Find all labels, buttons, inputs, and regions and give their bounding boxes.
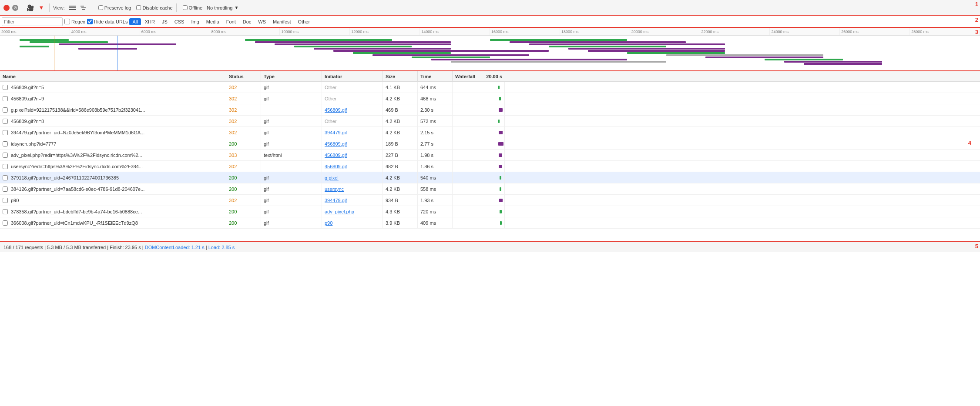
row-name: 379118.gif?partner_uid=24670110227400173…	[11, 175, 119, 180]
table-row[interactable]: 456809.gif?n=5302gifOther4.1 KB644 ms	[0, 82, 980, 93]
offline-checkbox[interactable]	[183, 5, 188, 10]
table-row[interactable]: g.pixel?sid=9212175138&&lrid=586e903b59e…	[0, 104, 980, 116]
table-row[interactable]: p90302gif394479.gif934 B1.93 s	[0, 195, 980, 206]
filter-icon[interactable]: ▼	[37, 4, 46, 11]
row-checkbox[interactable]	[3, 85, 8, 90]
row-checkbox[interactable]	[3, 209, 8, 214]
filter-tag-img[interactable]: Img	[188, 18, 202, 25]
row-name: 378358.gif?partner_uid=bdcbffd7-be9b-4a7…	[11, 209, 142, 214]
table-row[interactable]: 384126.gif?partner_uid=7aa58cd6-e0ec-478…	[0, 183, 980, 195]
record-button[interactable]	[3, 5, 10, 11]
row-name: 366008.gif?partner_uid=tCn1mdwKPU_-Rf1SE…	[11, 220, 138, 226]
table-row[interactable]: 456809.gif?n=9302gifOther4.2 KB468 ms	[0, 93, 980, 104]
td-type: gif	[261, 138, 322, 149]
filter-tag-doc[interactable]: Doc	[240, 18, 255, 25]
clear-button[interactable]: ⊘	[12, 5, 18, 11]
td-waterfall	[453, 93, 505, 104]
filter-tag-manifest[interactable]: Manifest	[270, 18, 294, 25]
table-row[interactable]: adv_pixel.php?redir=https%3A%2F%2Fidsync…	[0, 150, 980, 161]
filter-tag-xhr[interactable]: XHR	[142, 18, 158, 25]
waterfall-bar	[500, 221, 502, 225]
td-initiator[interactable]: 456809.gif	[322, 104, 383, 115]
td-name: 384126.gif?partner_uid=7aa58cd6-e0ec-478…	[0, 183, 226, 194]
row-name: 456809.gif?n=8	[11, 119, 44, 124]
td-initiator[interactable]: 456809.gif	[322, 150, 383, 160]
initiator-link[interactable]: 394479.gif	[325, 130, 347, 135]
td-initiator[interactable]: p90	[322, 217, 383, 228]
td-initiator[interactable]: 394479.gif	[322, 127, 383, 138]
svg-rect-1	[69, 7, 76, 8]
table-row[interactable]: usersync?redir=https%3A%2F%2Fidsync.rlcd…	[0, 161, 980, 172]
filter-tag-other[interactable]: Other	[295, 18, 313, 25]
td-initiator[interactable]: g.pixel	[322, 172, 383, 183]
td-time: 572 ms	[418, 116, 453, 126]
initiator-link[interactable]: 456809.gif	[325, 141, 347, 146]
filter-tag-font[interactable]: Font	[223, 18, 239, 25]
regex-checkbox[interactable]	[64, 19, 70, 24]
row-checkbox[interactable]	[3, 164, 8, 169]
timeline-section: 3 2000 ms 4000 ms 6000 ms 8000 ms 10000 …	[0, 28, 980, 71]
filter-tag-js[interactable]: JS	[159, 18, 171, 25]
td-type: gif	[261, 93, 322, 104]
timeline-bars	[0, 36, 980, 70]
initiator-link[interactable]: p90	[325, 220, 332, 226]
row-checkbox[interactable]	[3, 220, 8, 226]
video-icon[interactable]: 🎥	[26, 4, 34, 11]
row-checkbox[interactable]	[3, 107, 8, 113]
th-spacer	[505, 71, 980, 81]
table-row[interactable]: idsynch.php?id=7777200gif456809.gif189 B…	[0, 138, 980, 150]
regex-group: Regex	[64, 19, 85, 24]
hide-data-urls-checkbox[interactable]	[87, 19, 93, 24]
table-row[interactable]: 394479.gif?partner_uid=Nz0Je5ek9BYf3omPM…	[0, 127, 980, 138]
preserve-log-checkbox[interactable]	[98, 5, 103, 10]
td-initiator[interactable]: 394479.gif	[322, 195, 383, 206]
disable-cache-checkbox[interactable]	[136, 5, 141, 10]
initiator-link[interactable]: 456809.gif	[325, 164, 347, 169]
waterfall-bar	[500, 176, 501, 180]
td-status: 200	[226, 217, 261, 228]
row-checkbox[interactable]	[3, 186, 8, 192]
hide-data-urls-label: Hide data URLs	[94, 19, 128, 24]
initiator-link[interactable]: adv_pixel.php	[325, 209, 354, 214]
tick-5: 10000 ms	[280, 28, 350, 35]
view-waterfall-button[interactable]	[80, 4, 88, 11]
td-initiator[interactable]: adv_pixel.php	[322, 206, 383, 217]
table-row[interactable]: 366008.gif?partner_uid=tCn1mdwKPU_-Rf1SE…	[0, 217, 980, 229]
td-initiator[interactable]: 456809.gif	[322, 161, 383, 172]
row-checkbox[interactable]	[3, 119, 8, 124]
filter-tag-all[interactable]: All	[129, 18, 141, 25]
td-initiator[interactable]: usersync	[322, 183, 383, 194]
filter-tag-ws[interactable]: WS	[255, 18, 269, 25]
td-initiator[interactable]: 456809.gif	[322, 138, 383, 149]
filter-tag-css[interactable]: CSS	[171, 18, 188, 25]
initiator-link[interactable]: 456809.gif	[325, 107, 347, 113]
offline-group: Offline	[183, 5, 203, 10]
td-name: 394479.gif?partner_uid=Nz0Je5ek9BYf3omPM…	[0, 127, 226, 138]
td-time: 644 ms	[418, 82, 453, 93]
view-list-button[interactable]	[68, 4, 77, 11]
row-checkbox[interactable]	[3, 153, 8, 158]
initiator-link[interactable]: g.pixel	[325, 175, 339, 180]
throttle-arrow-icon[interactable]: ▼	[234, 5, 238, 10]
waterfall-bar	[500, 210, 502, 213]
row-checkbox[interactable]	[3, 198, 8, 203]
filter-input[interactable]	[2, 17, 63, 26]
throttle-text: No throttling	[207, 5, 232, 10]
throttle-select[interactable]: No throttling ▼	[207, 5, 238, 10]
row-checkbox[interactable]	[3, 141, 8, 146]
table-row[interactable]: 456809.gif?n=8302gifOther4.2 KB572 ms	[0, 116, 980, 127]
row-checkbox[interactable]	[3, 130, 8, 135]
initiator-link[interactable]: 394479.gif	[325, 198, 347, 203]
row-name: 384126.gif?partner_uid=7aa58cd6-e0ec-478…	[11, 186, 144, 192]
td-type: gif	[261, 217, 322, 228]
row-checkbox[interactable]	[3, 96, 8, 101]
td-type	[261, 161, 322, 172]
initiator-link[interactable]: 456809.gif	[325, 153, 347, 158]
list-icon	[69, 5, 76, 10]
td-name: 456809.gif?n=5	[0, 82, 226, 93]
row-checkbox[interactable]	[3, 175, 8, 180]
filter-tag-media[interactable]: Media	[203, 18, 222, 25]
table-row[interactable]: 378358.gif?partner_uid=bdcbffd7-be9b-4a7…	[0, 206, 980, 217]
table-row[interactable]: 379118.gif?partner_uid=24670110227400173…	[0, 172, 980, 183]
initiator-link[interactable]: usersync	[325, 186, 344, 192]
